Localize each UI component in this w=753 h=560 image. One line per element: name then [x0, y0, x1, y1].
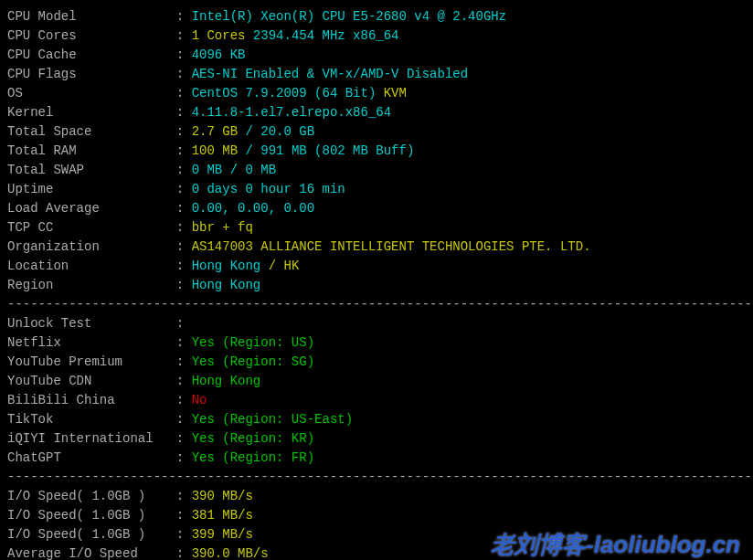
- row-value: 399 MB/s: [192, 527, 253, 542]
- row-value: 0 MB / 0 MB: [192, 163, 276, 177]
- sysinfo-row: Organization : AS147003 ALLIANCE INTELLI…: [7, 238, 746, 257]
- row-label: Netflix: [7, 335, 176, 350]
- unlock-test-section: Unlock Test : Netflix : Yes (Region: US)…: [7, 314, 746, 468]
- row-value: 381 MB/s: [192, 508, 253, 523]
- row-label: CPU Model: [7, 9, 176, 24]
- sysinfo-row: OS : CentOS 7.9.2009 (64 Bit) KVM: [7, 84, 746, 103]
- sysinfo-row: CPU Cores : 1 Cores 2394.454 MHz x86_64: [7, 26, 746, 46]
- row-label: TCP CC: [7, 220, 176, 235]
- row-label: Region: [7, 278, 176, 292]
- row-value: 4096 KB: [192, 48, 246, 62]
- row-value: bbr + fq: [192, 220, 253, 235]
- row-colon: :: [176, 220, 192, 235]
- row-colon: :: [176, 450, 192, 465]
- row-colon: :: [176, 354, 192, 369]
- row-value: Hong Kong: [192, 259, 269, 273]
- row-value: / 991 MB (802 MB Buff): [238, 143, 414, 158]
- sysinfo-row: Region : Hong Kong: [7, 276, 746, 295]
- row-colon: :: [176, 28, 192, 43]
- row-colon: :: [176, 393, 192, 407]
- row-label: I/O Speed( 1.0GB ): [7, 489, 176, 503]
- unlock-row: YouTube CDN : Hong Kong: [7, 372, 746, 391]
- row-colon: :: [176, 48, 192, 62]
- row-colon: :: [176, 278, 192, 292]
- sysinfo-row: Total Space : 2.7 GB / 20.0 GB: [7, 122, 746, 142]
- io-row: I/O Speed( 1.0GB ) : 381 MB/s: [7, 506, 746, 525]
- row-label: Kernel: [7, 105, 176, 120]
- row-colon: :: [176, 374, 192, 388]
- row-label: Average I/O Speed: [7, 546, 176, 560]
- row-value: Yes (Region: KR): [192, 431, 314, 446]
- row-colon: :: [176, 508, 192, 523]
- row-colon: :: [176, 182, 192, 196]
- separator-2: ----------------------------------------…: [7, 468, 746, 487]
- row-label: Total SWAP: [7, 163, 176, 177]
- row-label: Uptime: [7, 182, 176, 196]
- unlock-row: YouTube Premium : Yes (Region: SG): [7, 353, 746, 372]
- row-label: Location: [7, 259, 176, 273]
- io-speed-section: I/O Speed( 1.0GB ) : 390 MB/sI/O Speed( …: [7, 487, 746, 560]
- row-value: CentOS 7.9.2009 (64 Bit): [192, 86, 384, 100]
- row-colon: :: [176, 546, 192, 560]
- io-row: Average I/O Speed : 390.0 MB/s: [7, 544, 746, 560]
- row-value: No: [192, 393, 207, 407]
- row-label: TikTok: [7, 412, 176, 427]
- row-colon: :: [176, 527, 192, 542]
- row-value: / 20.0 GB: [238, 124, 314, 139]
- row-value: 2394.454 MHz x86_64: [245, 28, 398, 43]
- row-colon: :: [176, 412, 192, 427]
- row-label: I/O Speed( 1.0GB ): [7, 527, 176, 542]
- row-colon: :: [176, 143, 192, 158]
- row-label: I/O Speed( 1.0GB ): [7, 508, 176, 523]
- unlock-row: TikTok : Yes (Region: US-East): [7, 410, 746, 429]
- row-value: AES-NI Enabled & VM-x/AMD-V Disabled: [192, 67, 468, 81]
- row-label: YouTube CDN: [7, 374, 176, 388]
- row-label: Load Average: [7, 201, 176, 216]
- row-colon: :: [176, 9, 192, 24]
- row-value: 1 Cores: [192, 28, 246, 43]
- unlock-row: Netflix : Yes (Region: US): [7, 333, 746, 353]
- sysinfo-row: CPU Cache : 4096 KB: [7, 46, 746, 65]
- row-value: KVM: [384, 86, 407, 100]
- row-colon: :: [176, 201, 192, 216]
- row-colon: :: [176, 239, 192, 254]
- row-colon: :: [176, 105, 192, 120]
- sysinfo-row: Location : Hong Kong / HK: [7, 257, 746, 276]
- sysinfo-row: Kernel : 4.11.8-1.el7.elrepo.x86_64: [7, 103, 746, 122]
- io-row: I/O Speed( 1.0GB ) : 399 MB/s: [7, 525, 746, 544]
- row-value: 0.00, 0.00, 0.00: [192, 201, 314, 216]
- sysinfo-row: CPU Flags : AES-NI Enabled & VM-x/AMD-V …: [7, 65, 746, 84]
- sysinfo-row: Total SWAP : 0 MB / 0 MB: [7, 161, 746, 180]
- row-value: Intel(R) Xeon(R) CPU E5-2680 v4 @ 2.40GH…: [192, 9, 506, 24]
- row-label: Unlock Test: [7, 316, 176, 331]
- row-value: 2.7 GB: [192, 124, 238, 139]
- row-label: CPU Flags: [7, 67, 176, 81]
- row-label: Total RAM: [7, 143, 176, 158]
- unlock-row: iQIYI International : Yes (Region: KR): [7, 429, 746, 449]
- row-label: ChatGPT: [7, 450, 176, 465]
- row-label: YouTube Premium: [7, 354, 176, 369]
- row-label: CPU Cache: [7, 48, 176, 62]
- unlock-header: Unlock Test :: [7, 314, 746, 333]
- row-label: iQIYI International: [7, 431, 176, 446]
- row-value: Hong Kong: [192, 374, 261, 388]
- row-label: CPU Cores: [7, 28, 176, 43]
- row-value: AS147003 ALLIANCE INTELLIGENT TECHNOLOGI…: [192, 239, 591, 254]
- io-row: I/O Speed( 1.0GB ) : 390 MB/s: [7, 487, 746, 506]
- row-label: Total Space: [7, 124, 176, 139]
- row-value: Yes (Region: US-East): [192, 412, 353, 427]
- row-value: Hong Kong: [192, 278, 261, 292]
- row-colon: :: [176, 86, 192, 100]
- row-value: Yes (Region: FR): [192, 450, 314, 465]
- row-value: / HK: [269, 259, 300, 273]
- row-colon: :: [176, 67, 192, 81]
- separator-1: ----------------------------------------…: [7, 295, 746, 314]
- system-info-section: CPU Model : Intel(R) Xeon(R) CPU E5-2680…: [7, 7, 746, 295]
- row-value: 390 MB/s: [192, 489, 253, 503]
- row-colon: :: [176, 259, 192, 273]
- row-label: OS: [7, 86, 176, 100]
- unlock-row: BiliBili China : No: [7, 391, 746, 410]
- row-colon: :: [176, 431, 192, 446]
- sysinfo-row: CPU Model : Intel(R) Xeon(R) CPU E5-2680…: [7, 7, 746, 26]
- row-value: 100 MB: [192, 143, 238, 158]
